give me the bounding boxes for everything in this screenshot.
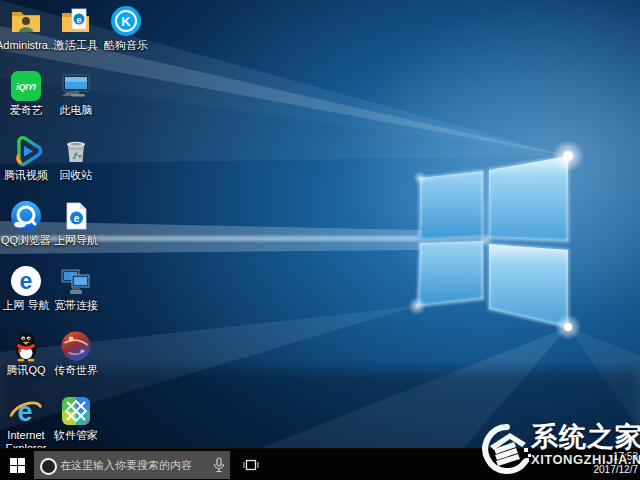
icon-label: 酷狗音乐 (96, 39, 156, 52)
icon-label: 传奇世界 (46, 364, 106, 377)
svg-text:e: e (76, 15, 81, 25)
desktop-icon-this-pc[interactable]: 此电脑 (52, 69, 100, 117)
legend-world-icon (59, 329, 93, 363)
taskbar (0, 448, 640, 480)
desktop-icon-qq-browser[interactable]: QQ浏览器 (2, 199, 50, 247)
icon-label: 上网导航 (46, 234, 106, 247)
tencent-qq-icon (9, 329, 43, 363)
windows-logo-icon (10, 458, 25, 473)
start-button[interactable] (0, 449, 34, 480)
task-view-icon (242, 458, 260, 472)
software-manager-icon (59, 394, 93, 428)
microphone-icon[interactable] (213, 457, 225, 473)
broadband-icon (59, 264, 93, 298)
clock-time: 17:53 (594, 450, 639, 463)
svg-text:e: e (20, 268, 33, 294)
desktop-icon-tencent-qq[interactable]: 腾讯QQ (2, 329, 50, 377)
web-nav-doc-icon: e (59, 199, 93, 233)
web-nav-e-icon: e (9, 264, 43, 298)
desktop-icon-iqiyi[interactable]: iQIYI 爱奇艺 (2, 69, 50, 117)
icon-label: 回收站 (46, 169, 106, 182)
desktop-icon-web-nav-doc[interactable]: e 上网导航 (52, 199, 100, 247)
icon-label: 软件管家 (46, 429, 106, 442)
desktop-icon-broadband[interactable]: 宽带连接 (52, 264, 100, 312)
icon-label: 宽带连接 (46, 299, 106, 312)
svg-text:iQIYI: iQIYI (16, 82, 36, 92)
desktop-icon-kugou-music[interactable]: K 酷狗音乐 (102, 4, 150, 52)
svg-text:e: e (17, 397, 32, 427)
tencent-video-icon (9, 134, 43, 168)
desktop-icon-web-nav-e[interactable]: e 上网 导航 (2, 264, 50, 312)
user-folder-icon (9, 4, 43, 38)
search-input[interactable] (34, 451, 230, 479)
internet-explorer-icon: e (9, 394, 43, 428)
recycle-bin-icon (59, 134, 93, 168)
svg-text:e: e (74, 213, 80, 224)
this-pc-icon (59, 69, 93, 103)
task-view-button[interactable] (234, 449, 268, 480)
taskbar-search-box[interactable] (34, 451, 230, 479)
windows-desktop: Administra... e 激活工具 K 酷狗音乐 iQIYI 爱奇艺 (0, 0, 640, 480)
kugou-music-icon: K (109, 4, 143, 38)
desktop-icon-activation-tool[interactable]: e 激活工具 (52, 4, 100, 52)
clock-date: 2017/12/7 (594, 463, 639, 476)
desktop-icon-internet-explorer[interactable]: e Internet Explorer (2, 394, 50, 455)
taskbar-clock[interactable]: 17:53 2017/12/7 (594, 450, 639, 476)
svg-text:K: K (121, 14, 131, 29)
icon-label: 此电脑 (46, 104, 106, 117)
activation-folder-icon: e (59, 4, 93, 38)
qq-browser-icon (9, 199, 43, 233)
desktop-icon-legend-world[interactable]: 传奇世界 (52, 329, 100, 377)
desktop-icon-recycle-bin[interactable]: 回收站 (52, 134, 100, 182)
desktop-icon-software-manager[interactable]: 软件管家 (52, 394, 100, 442)
desktop-icon-administrator[interactable]: Administra... (2, 4, 50, 52)
iqiyi-icon: iQIYI (9, 69, 43, 103)
desktop-icon-tencent-video[interactable]: 腾讯视频 (2, 134, 50, 182)
